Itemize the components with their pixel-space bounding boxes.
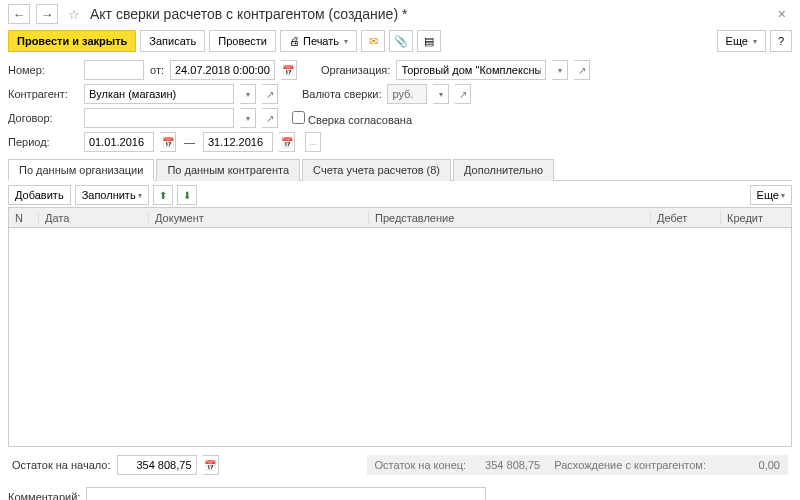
period-label: Период:	[8, 136, 78, 148]
help-button[interactable]: ?	[770, 30, 792, 52]
close-icon[interactable]: ×	[772, 4, 792, 24]
post-button[interactable]: Провести	[209, 30, 276, 52]
start-balance-calc-icon[interactable]	[203, 455, 219, 475]
col-n[interactable]: N	[9, 212, 39, 224]
attach-button[interactable]	[389, 30, 413, 52]
table-more-button[interactable]: Еще▾	[750, 185, 792, 205]
counterparty-dropdown-icon[interactable]	[240, 84, 256, 104]
comment-label: Комментарий:	[8, 491, 80, 500]
end-balance-value: 354 808,75	[480, 459, 540, 471]
clip-icon	[394, 35, 408, 48]
col-doc[interactable]: Документ	[149, 212, 369, 224]
agreed-checkbox[interactable]	[292, 111, 305, 124]
contract-label: Договор:	[8, 112, 78, 124]
period-to-input[interactable]	[203, 132, 273, 152]
tab-org-data[interactable]: По данным организации	[8, 159, 154, 181]
save-button[interactable]: Записать	[140, 30, 205, 52]
tab-counterparty-data[interactable]: По данным контрагента	[156, 159, 300, 181]
reports-button[interactable]	[417, 30, 441, 52]
data-grid[interactable]: N Дата Документ Представление Дебет Кред…	[8, 207, 792, 447]
col-date[interactable]: Дата	[39, 212, 149, 224]
counterparty-label: Контрагент:	[8, 88, 78, 100]
start-balance-label: Остаток на начало:	[12, 459, 111, 471]
currency-label: Валюта сверки:	[302, 88, 381, 100]
comment-input[interactable]	[86, 487, 486, 500]
move-up-button[interactable]: ⬆	[153, 185, 173, 205]
contract-dropdown-icon[interactable]	[240, 108, 256, 128]
diff-value: 0,00	[720, 459, 780, 471]
org-dropdown-icon[interactable]	[552, 60, 568, 80]
contract-open-icon[interactable]	[262, 108, 278, 128]
col-rep[interactable]: Представление	[369, 212, 651, 224]
date-input[interactable]	[170, 60, 275, 80]
add-row-button[interactable]: Добавить	[8, 185, 71, 205]
grid-body[interactable]	[9, 228, 791, 446]
post-and-close-button[interactable]: Провести и закрыть	[8, 30, 136, 52]
counterparty-open-icon[interactable]	[262, 84, 278, 104]
tab-additional[interactable]: Дополнительно	[453, 159, 554, 181]
mail-button[interactable]	[361, 30, 385, 52]
nav-back[interactable]: ←	[8, 4, 30, 24]
period-pick-button[interactable]	[305, 132, 321, 152]
page-title: Акт сверки расчетов с контрагентом (созд…	[90, 6, 766, 22]
period-from-input[interactable]	[84, 132, 154, 152]
agreed-checkbox-label[interactable]: Сверка согласована	[292, 111, 412, 126]
currency-open-icon[interactable]	[455, 84, 471, 104]
favorite-star-icon[interactable]: ☆	[64, 4, 84, 24]
more-button[interactable]: Еще▾	[717, 30, 766, 52]
fill-button[interactable]: Заполнить▾	[75, 185, 149, 205]
printer-icon	[289, 35, 300, 47]
calendar-icon[interactable]	[281, 60, 297, 80]
end-balance-label: Остаток на конец:	[375, 459, 467, 471]
number-input[interactable]	[84, 60, 144, 80]
currency-input[interactable]	[387, 84, 427, 104]
col-deb[interactable]: Дебет	[651, 212, 721, 224]
period-from-calendar-icon[interactable]	[160, 132, 176, 152]
counterparty-input[interactable]	[84, 84, 234, 104]
from-label: от:	[150, 64, 164, 76]
stack-icon	[424, 35, 434, 48]
currency-dropdown-icon[interactable]	[433, 84, 449, 104]
period-dash: —	[182, 136, 197, 148]
start-balance-value[interactable]	[117, 455, 197, 475]
print-button[interactable]: Печать▾	[280, 30, 357, 52]
nav-forward[interactable]: →	[36, 4, 58, 24]
col-cre[interactable]: Кредит	[721, 212, 791, 224]
org-input[interactable]	[396, 60, 546, 80]
contract-input[interactable]	[84, 108, 234, 128]
period-to-calendar-icon[interactable]	[279, 132, 295, 152]
tab-accounts[interactable]: Счета учета расчетов (8)	[302, 159, 451, 181]
diff-label: Расхождение с контрагентом:	[554, 459, 706, 471]
number-label: Номер:	[8, 64, 78, 76]
org-label: Организация:	[321, 64, 390, 76]
mail-icon	[369, 35, 378, 48]
org-open-icon[interactable]	[574, 60, 590, 80]
move-down-button[interactable]: ⬇	[177, 185, 197, 205]
